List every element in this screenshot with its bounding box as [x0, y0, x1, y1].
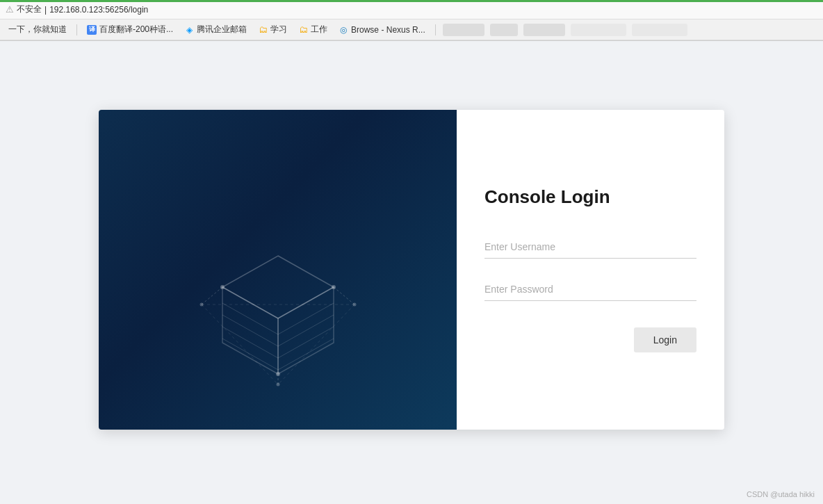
bookmark-separator-1 [76, 24, 77, 35]
bookmark-work-label: 工作 [311, 24, 327, 35]
svg-line-14 [202, 287, 222, 304]
login-title: Console Login [484, 186, 696, 208]
bookmark-nexus[interactable]: ◎ Browse - Nexus R... [336, 24, 428, 36]
separator: | [44, 5, 47, 15]
bookmark-separator-2 [435, 24, 436, 35]
bookmark-tip-label: 一下，你就知道 [8, 24, 67, 35]
warning-icon: ⚠ [6, 4, 14, 15]
svg-line-10 [278, 339, 334, 370]
bookmark-study[interactable]: 🗂 学习 [255, 22, 290, 37]
bookmark-tencent-label: 腾讯企业邮箱 [197, 24, 247, 35]
username-input[interactable] [484, 236, 696, 259]
top-indicator-bar [0, 0, 823, 2]
right-panel: Console Login Login [457, 110, 724, 430]
security-warning: ⚠ 不安全 | 192.168.0.123:56256/login [6, 3, 148, 15]
svg-line-4 [222, 315, 278, 346]
bookmark-placeholder-4 [571, 24, 626, 36]
username-field-container [484, 236, 696, 259]
svg-line-6 [222, 339, 278, 370]
page-content: Console Login Login [0, 41, 823, 504]
password-input[interactable] [484, 278, 696, 301]
password-field-container [484, 278, 696, 301]
svg-marker-0 [222, 256, 334, 318]
svg-line-5 [222, 327, 278, 358]
graphic-container [195, 235, 361, 388]
study-folder-icon: 🗂 [258, 25, 268, 35]
nexus-icon: ◎ [339, 25, 348, 35]
bookmark-placeholder-5 [632, 24, 687, 36]
svg-line-7 [278, 303, 334, 334]
isometric-graphic [195, 235, 361, 388]
translate-icon: 译 [87, 25, 97, 35]
bookmark-placeholder-3 [523, 24, 565, 36]
svg-line-3 [222, 303, 278, 334]
login-button[interactable]: Login [634, 327, 696, 352]
address-bar: ⚠ 不安全 | 192.168.0.123:56256/login [0, 0, 823, 19]
bookmark-study-label: 学习 [270, 24, 287, 35]
browser-chrome: ⚠ 不安全 | 192.168.0.123:56256/login 一下，你就知… [0, 0, 823, 41]
bookmark-work[interactable]: 🗂 工作 [295, 22, 330, 37]
security-text: 不安全 [17, 3, 42, 15]
bookmark-nexus-label: Browse - Nexus R... [351, 25, 425, 35]
login-card: Console Login Login [99, 110, 724, 430]
left-panel [99, 110, 457, 430]
bookmark-tip[interactable]: 一下，你就知道 [6, 22, 70, 37]
bookmarks-bar: 一下，你就知道 译 百度翻译-200种语... ◈ 腾讯企业邮箱 🗂 学习 🗂 … [0, 19, 823, 40]
bookmark-baidu-translate[interactable]: 译 百度翻译-200种语... [84, 22, 176, 37]
work-folder-icon: 🗂 [298, 25, 308, 35]
svg-line-9 [278, 327, 334, 358]
bookmark-baidu-label: 百度翻译-200种语... [99, 24, 173, 35]
tencent-icon: ◈ [184, 25, 194, 35]
url-text[interactable]: 192.168.0.123:56256/login [49, 5, 148, 15]
svg-line-20 [202, 304, 278, 384]
bookmark-placeholder-2 [490, 24, 518, 36]
bookmark-placeholder-1 [443, 24, 484, 36]
svg-line-21 [278, 304, 355, 384]
svg-line-8 [278, 315, 334, 346]
bookmark-tencent-mail[interactable]: ◈ 腾讯企业邮箱 [181, 22, 250, 37]
svg-line-15 [334, 287, 355, 304]
watermark: CSDN @utada hikki [747, 490, 815, 498]
